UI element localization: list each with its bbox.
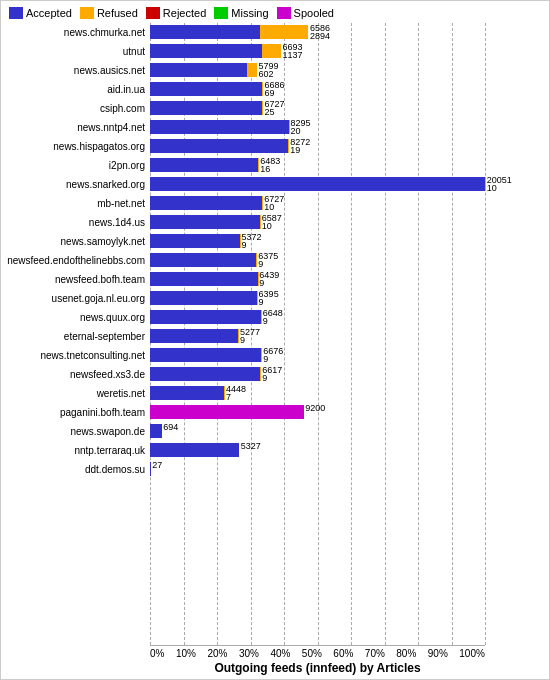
bar-value-label: 5327	[241, 442, 261, 450]
row-label: mb-net.net	[5, 198, 145, 209]
table-row: newsfeed.endofthelinebbs.com63759	[150, 251, 485, 269]
table-row: eternal-september52779	[150, 327, 485, 345]
legend-item-spooled: Spooled	[277, 7, 334, 19]
bar-value-label: 827219	[290, 138, 310, 154]
bar-second-value: 69	[264, 89, 284, 97]
bar-main-value: 27	[152, 461, 162, 469]
bar-second-value: 602	[259, 70, 279, 78]
bar-value-label: 672725	[264, 100, 284, 116]
bar-segment-refused	[260, 25, 308, 39]
x-tick: 60%	[333, 648, 353, 659]
row-label: newsfeed.bofh.team	[5, 274, 145, 285]
bar-segment-accepted	[150, 310, 261, 324]
x-axis: 0%10%20%30%40%50%60%70%80%90%100% Outgoi…	[5, 645, 545, 675]
bar-value-label: 66931137	[282, 43, 302, 59]
row-label: i2pn.org	[5, 160, 145, 171]
bar-segment-spooled	[150, 405, 304, 419]
x-tick: 80%	[396, 648, 416, 659]
bar-segment-accepted	[150, 101, 262, 115]
bar-second-value: 2894	[310, 32, 330, 40]
table-row: nntp.terraraq.uk5327	[150, 441, 485, 459]
bar-group: 64399	[150, 271, 485, 287]
bar-segment-accepted	[150, 291, 257, 305]
row-label: news.tnetconsulting.net	[5, 350, 145, 361]
bar-segment-accepted	[150, 120, 289, 134]
bar-group: 672710	[150, 195, 485, 211]
row-label: news.samoylyk.net	[5, 236, 145, 247]
row-label: newsfeed.xs3.de	[5, 369, 145, 380]
bar-main-value: 5327	[241, 442, 261, 450]
bar-segment-accepted	[150, 196, 262, 210]
bar-group: 9200	[150, 404, 485, 420]
legend-label-rejected: Rejected	[163, 7, 206, 19]
legend-color-rejected	[146, 7, 160, 19]
x-tick: 0%	[150, 648, 164, 659]
table-row: usenet.goja.nl.eu.org63959	[150, 289, 485, 307]
bar-segment-accepted	[150, 234, 240, 248]
row-label: news.swapon.de	[5, 426, 145, 437]
row-label: usenet.goja.nl.eu.org	[5, 293, 145, 304]
bar-group: 658710	[150, 214, 485, 230]
table-row: news.nntp4.net829520	[150, 118, 485, 136]
bar-value-label: 53729	[242, 233, 262, 249]
bar-group: 27	[150, 461, 485, 477]
bar-value-label: 66769	[263, 347, 283, 363]
bar-value-label: 44487	[226, 385, 246, 401]
row-label: news.1d4.us	[5, 217, 145, 228]
bar-segment-accepted	[150, 63, 247, 77]
bar-second-value: 7	[226, 393, 246, 401]
table-row: news.snarked.org2005110	[150, 175, 485, 193]
bar-value-label: 648316	[260, 157, 280, 173]
bar-group: 65862894	[150, 24, 485, 40]
x-ticks: 0%10%20%30%40%50%60%70%80%90%100%	[150, 645, 485, 659]
bar-group: 53729	[150, 233, 485, 249]
table-row: news.samoylyk.net53729	[150, 232, 485, 250]
chart-container: AcceptedRefusedRejectedMissingSpooled ne…	[0, 0, 550, 680]
legend-item-refused: Refused	[80, 7, 138, 19]
x-tick: 90%	[428, 648, 448, 659]
bar-value-label: 668669	[264, 81, 284, 97]
row-label: eternal-september	[5, 331, 145, 342]
table-row: news.chmurka.net65862894	[150, 23, 485, 41]
bar-second-value: 9	[263, 355, 283, 363]
bar-value-label: 64399	[259, 271, 279, 287]
table-row: news.swapon.de694	[150, 422, 485, 440]
bar-segment-accepted	[150, 44, 262, 58]
legend-label-refused: Refused	[97, 7, 138, 19]
table-row: utnut66931137	[150, 42, 485, 60]
bar-segment-accepted	[150, 443, 239, 457]
bar-second-value: 19	[290, 146, 310, 154]
legend-label-spooled: Spooled	[294, 7, 334, 19]
bar-segment-accepted	[150, 25, 260, 39]
chart-area: news.chmurka.net65862894utnut66931137new…	[5, 23, 545, 675]
bar-second-value: 9	[258, 260, 278, 268]
bar-segment-accepted	[150, 158, 258, 172]
legend-item-missing: Missing	[214, 7, 268, 19]
bar-segment-accepted	[150, 139, 288, 153]
chart-title: Outgoing feeds (innfeed) by Articles	[150, 661, 485, 675]
bar-value-label: 829520	[291, 119, 311, 135]
bar-segment-accepted	[150, 367, 260, 381]
bar-group: 66769	[150, 347, 485, 363]
row-label: news.ausics.net	[5, 65, 145, 76]
row-label: news.snarked.org	[5, 179, 145, 190]
bar-value-label: 52779	[240, 328, 260, 344]
bar-segment-accepted	[150, 253, 256, 267]
row-label: utnut	[5, 46, 145, 57]
bar-group: 63959	[150, 290, 485, 306]
table-row: i2pn.org648316	[150, 156, 485, 174]
bar-segment-accepted	[150, 215, 260, 229]
bar-second-value: 9	[240, 336, 260, 344]
bar-second-value: 9	[262, 374, 282, 382]
bar-group: 66489	[150, 309, 485, 325]
x-tick: 30%	[239, 648, 259, 659]
table-row: newsfeed.xs3.de66179	[150, 365, 485, 383]
legend-item-rejected: Rejected	[146, 7, 206, 19]
bar-group: 5327	[150, 442, 485, 458]
bar-group: 694	[150, 423, 485, 439]
table-row: news.ausics.net5799602	[150, 61, 485, 79]
row-label: weretis.net	[5, 388, 145, 399]
bar-group: 668669	[150, 81, 485, 97]
bar-value-label: 5799602	[259, 62, 279, 78]
table-row: news.tnetconsulting.net66769	[150, 346, 485, 364]
